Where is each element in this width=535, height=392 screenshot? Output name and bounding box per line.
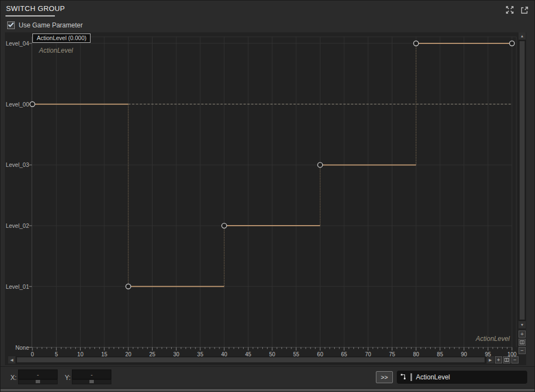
curve-point[interactable] — [318, 163, 323, 167]
vertical-zoom-in-button[interactable]: + — [519, 331, 526, 338]
game-parameter-icon — [401, 372, 408, 382]
parameter-value-tooltip: ActionLevel (0.000) — [32, 33, 91, 43]
vertical-zoom-fit-button[interactable] — [519, 339, 526, 346]
vertical-scrollbar-thumb[interactable] — [520, 41, 525, 320]
scroll-down-button[interactable]: ▼ — [519, 321, 526, 328]
footer-bar: X: - Y: - >> ActionLevel — [1, 366, 534, 389]
curve-name-label: ActionLevel — [39, 47, 73, 54]
horizontal-scrollbar-thumb[interactable] — [17, 357, 485, 362]
selector-expand-button[interactable]: >> — [376, 371, 393, 383]
scroll-up-button[interactable]: ▲ — [519, 32, 526, 40]
curve-point[interactable] — [30, 102, 35, 107]
y-axis-label: Level_01 — [5, 283, 29, 290]
vertical-scrollbar-track[interactable] — [519, 40, 526, 321]
y-field-label: Y: — [65, 374, 71, 382]
y-slider-handle[interactable] — [89, 380, 94, 383]
y-axis-label: Level_03 — [5, 161, 29, 168]
y-axis-label: None — [5, 344, 29, 351]
x-value-field[interactable]: - — [18, 369, 58, 379]
vertical-zoom-out-button[interactable]: − — [519, 347, 526, 354]
selected-parameter-name: ActionLevel — [416, 373, 450, 381]
y-value-slider[interactable] — [72, 379, 111, 384]
x-value-slider[interactable] — [18, 379, 58, 384]
use-game-parameter-checkbox[interactable] — [7, 21, 15, 29]
y-axis-label: Level_02 — [5, 222, 29, 229]
horizontal-zoom-out-button[interactable]: − — [511, 356, 519, 363]
checkbox-check-icon — [9, 23, 14, 27]
selector-divider — [410, 373, 412, 381]
x-slider-handle[interactable] — [36, 380, 40, 383]
y-value-field[interactable]: - — [72, 369, 111, 379]
curve-point[interactable] — [222, 223, 227, 228]
horizontal-zoom-in-button[interactable]: + — [495, 356, 502, 363]
curve-point[interactable] — [126, 284, 131, 289]
bottom-resize-strip — [1, 388, 534, 392]
game-parameter-selector[interactable]: ActionLevel — [396, 370, 528, 384]
popout-window-icon[interactable] — [520, 5, 529, 15]
title-underline — [5, 15, 55, 16]
horizontal-zoom-fit-button[interactable] — [503, 356, 510, 363]
y-axis-label: Level_00 — [5, 101, 29, 108]
curve-point[interactable] — [510, 41, 515, 46]
use-game-parameter-label: Use Game Parameter — [19, 21, 83, 29]
switch-mapping-graph: 0510152025303540455055606570758085909510… — [5, 32, 526, 365]
curve-point[interactable] — [414, 41, 419, 46]
scroll-left-button[interactable]: ◀ — [8, 356, 15, 363]
plot-surface[interactable]: 0510152025303540455055606570758085909510… — [5, 32, 526, 365]
switch-group-panel: SWITCH GROUP Use Game Parameter — [0, 0, 535, 392]
horizontal-scrollbar-track[interactable] — [16, 356, 486, 363]
panel-title: SWITCH GROUP — [6, 4, 65, 13]
x-axis-name-label: ActionLevel — [476, 335, 510, 343]
y-axis-label: Level_04 — [5, 40, 29, 47]
scroll-right-button[interactable]: ▶ — [487, 356, 494, 363]
expand-view-icon[interactable] — [505, 5, 514, 15]
x-field-label: X: — [10, 374, 16, 382]
